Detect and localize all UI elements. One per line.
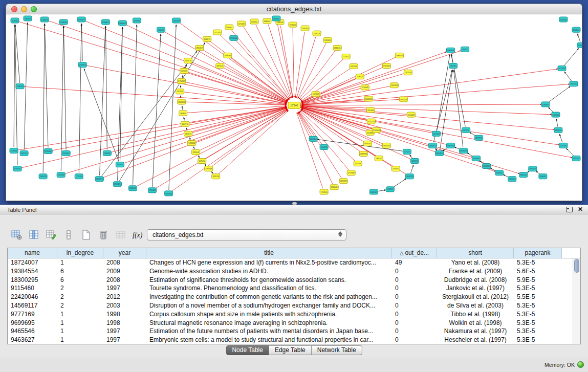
network-node[interactable]: 1142061: [13, 166, 21, 171]
cell-out_de[interactable]: 49: [392, 258, 437, 267]
network-node[interactable]: 1645403: [447, 143, 455, 148]
network-node[interactable]: 1860407: [195, 45, 204, 50]
cell-pagerank[interactable]: 5.3E-5: [514, 319, 562, 327]
network-edge[interactable]: [410, 155, 412, 159]
network-edge[interactable]: [298, 106, 559, 145]
cell-in_degree[interactable]: 1: [57, 310, 103, 319]
network-node[interactable]: 1321064: [372, 127, 380, 133]
network-node[interactable]: 2072216: [367, 119, 375, 124]
delete-column-icon[interactable]: [96, 228, 111, 242]
network-edge[interactable]: [223, 68, 288, 102]
network-edge[interactable]: [184, 117, 184, 120]
column-header-short[interactable]: short: [437, 248, 514, 258]
network-node[interactable]: 1530502: [330, 185, 338, 190]
table-row[interactable]: 946362711997Embryonic stem cells: a mode…: [8, 336, 573, 344]
network-node[interactable]: 1265400: [157, 27, 165, 32]
cell-out_de[interactable]: 0: [392, 267, 437, 276]
cell-in_degree[interactable]: 1: [57, 258, 103, 267]
cell-pagerank[interactable]: 5.3E-5: [514, 336, 562, 344]
network-edge[interactable]: [411, 165, 413, 173]
network-edge[interactable]: [298, 106, 495, 171]
network-node[interactable]: 1460421: [428, 143, 437, 148]
network-node[interactable]: 1604125: [320, 144, 328, 149]
network-node[interactable]: 1664879: [447, 48, 455, 53]
cell-pagerank[interactable]: 5.9E-5: [514, 276, 562, 285]
network-node[interactable]: 1635215: [312, 92, 320, 97]
network-edge[interactable]: [578, 34, 580, 42]
network-edge[interactable]: [301, 74, 404, 103]
cell-in_degree[interactable]: 1: [57, 327, 103, 336]
network-edge[interactable]: [220, 35, 289, 100]
table-row[interactable]: 1872400712008Changes of HCN gene express…: [8, 258, 573, 267]
table-row[interactable]: 2242004622012Investigating the contribut…: [8, 293, 573, 301]
table-row[interactable]: 946554611997Estimation of the future num…: [8, 327, 573, 336]
cell-in_degree[interactable]: 6: [57, 276, 103, 285]
network-edge[interactable]: [437, 54, 450, 130]
cell-short[interactable]: Dudbridge et al. (2008): [437, 276, 514, 285]
network-edge[interactable]: [205, 164, 206, 166]
network-node[interactable]: 5016042: [559, 17, 568, 22]
network-node[interactable]: 1679194: [462, 127, 470, 133]
network-edge[interactable]: [185, 102, 287, 105]
network-node[interactable]: 1675217: [403, 149, 411, 154]
network-edge[interactable]: [298, 43, 326, 99]
network-edge[interactable]: [133, 25, 137, 185]
network-edge[interactable]: [300, 59, 343, 100]
network-node[interactable]: 1696126: [313, 31, 321, 36]
network-node[interactable]: 1825421: [113, 182, 121, 187]
network-window-titlebar[interactable]: × − + citations_edges.txt: [6, 4, 582, 14]
cell-title[interactable]: Changes of HCN gene expression and I(f) …: [146, 258, 392, 267]
network-edge[interactable]: [61, 26, 63, 171]
network-edge[interactable]: [63, 26, 66, 149]
network-node[interactable]: 1272465: [237, 21, 246, 26]
cell-pagerank[interactable]: 5.3E-5: [514, 327, 562, 336]
network-edge[interactable]: [268, 25, 292, 98]
network-edge[interactable]: [549, 107, 553, 112]
cell-name[interactable]: 18724007: [8, 258, 57, 267]
cell-name[interactable]: 9777169: [8, 310, 57, 319]
cell-in_degree[interactable]: 2: [57, 284, 103, 293]
network-node[interactable]: 8513042: [230, 35, 238, 40]
network-table-selector[interactable]: citations_edges.txt: [147, 229, 346, 240]
network-node[interactable]: 2106154: [16, 84, 24, 89]
network-node[interactable]: 1616540: [11, 18, 19, 23]
cell-pagerank[interactable]: 5.3E-5: [514, 310, 562, 319]
network-node[interactable]: 1865410: [435, 150, 443, 156]
cell-year[interactable]: 1998: [103, 319, 146, 327]
network-edge[interactable]: [79, 24, 81, 173]
cell-title[interactable]: Corpus callosum shape and size in male p…: [146, 310, 392, 319]
cell-year[interactable]: 2003: [103, 301, 146, 310]
network-edge[interactable]: [564, 72, 572, 81]
network-node[interactable]: 1610914: [165, 191, 173, 196]
network-edge[interactable]: [84, 69, 119, 161]
network-node[interactable]: 1604152: [405, 174, 413, 179]
table-row[interactable]: 911546021997Tourette syndrome. Phenomeno…: [8, 284, 573, 293]
network-node[interactable]: 1432525: [386, 187, 394, 192]
cell-out_de[interactable]: 0: [392, 327, 437, 336]
cell-title[interactable]: Genome-wide association studies in ADHD.: [146, 267, 392, 276]
edit-table-icon[interactable]: [44, 228, 58, 242]
network-node[interactable]: 1806471: [184, 131, 192, 136]
network-node[interactable]: 2026404: [133, 18, 141, 23]
network-node[interactable]: 1595620: [323, 37, 332, 42]
network-node[interactable]: 1882156: [178, 99, 186, 104]
network-node[interactable]: 1915123: [20, 150, 28, 156]
network-node[interactable]: 1850504: [382, 143, 390, 148]
network-node[interactable]: 1651426: [62, 150, 70, 156]
network-edge[interactable]: [469, 132, 475, 136]
network-node[interactable]: 1755403: [44, 148, 52, 154]
column-header-title[interactable]: title: [146, 248, 392, 258]
network-node[interactable]: 1380410: [24, 16, 32, 21]
network-node[interactable]: 1271035: [559, 143, 568, 148]
network-node[interactable]: 1905704: [375, 156, 383, 161]
cell-pagerank[interactable]: 5.3E-5: [514, 284, 562, 293]
tab-network-table[interactable]: Network Table: [312, 345, 362, 355]
network-node[interactable]: 1604507: [529, 166, 537, 171]
network-node[interactable]: 1646601: [263, 18, 271, 24]
network-node[interactable]: 1619170: [95, 177, 103, 182]
cell-year[interactable]: 2009: [103, 267, 146, 276]
network-node[interactable]: 2266301: [250, 19, 258, 24]
row-selection-icon[interactable]: [61, 228, 76, 242]
network-node[interactable]: 1515454: [309, 136, 317, 141]
network-edge[interactable]: [298, 51, 461, 104]
